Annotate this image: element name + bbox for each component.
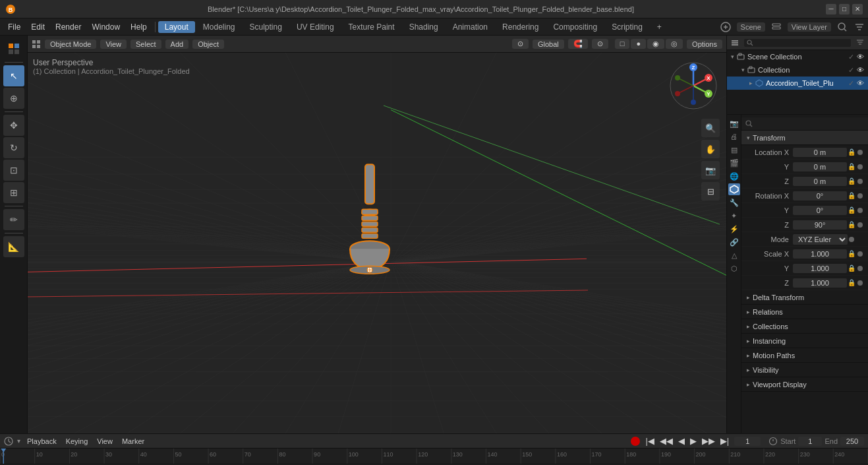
scale-x-value[interactable]: 1.000 [793,249,847,259]
objectdata-props-button[interactable]: △ [728,249,740,261]
output-props-button[interactable]: 🖨 [728,131,740,142]
scene-collection-check[interactable]: ✓ [848,53,854,61]
marker-menu[interactable]: Marker [119,437,147,446]
3d-viewport[interactable]: User Perspective (1) Collection | Accord… [28,53,726,433]
view-layer-selector[interactable]: View Layer [788,22,831,32]
rotation-x-value[interactable]: 0° [793,191,847,201]
outliner-scene-collection[interactable]: ▾ Scene Collection ✓ 👁 [727,50,868,63]
object-props-button[interactable] [728,183,740,195]
window-controls[interactable]: ─ □ ✕ [826,4,863,15]
object-menu[interactable]: Object [192,40,224,49]
transform-orientation[interactable]: Global [533,40,564,49]
zoom-in-button[interactable]: 🔍 [701,119,720,137]
particles-props-button[interactable]: ✦ [728,210,740,222]
menu-help[interactable]: Help [125,21,152,33]
workspace-compositing[interactable]: Compositing [546,21,604,33]
keying-menu[interactable]: Keying [63,437,91,446]
workspace-sculpting[interactable]: Sculpting [243,21,289,33]
physics-props-button[interactable]: ⚡ [728,223,740,235]
material-button[interactable]: ◉ [647,39,664,49]
constraints-props-button[interactable]: 🔗 [728,236,740,248]
render-props-button[interactable]: 📷 [728,117,740,129]
filter-icon-outliner[interactable] [856,38,864,47]
minimize-button[interactable]: ─ [826,4,836,15]
scale-y-value[interactable]: 1.000 [793,264,847,273]
material-props-button[interactable]: ⬡ [728,263,740,274]
transform-tool-button[interactable]: ⊞ [3,182,24,203]
scale-z-dot[interactable] [857,280,863,286]
scale-y-lock[interactable]: 🔒 [847,264,856,272]
location-x-value[interactable]: 0 m [793,148,847,157]
mode-selector[interactable]: Object Mode [45,40,96,49]
viewlayer-props-button[interactable]: ▤ [728,144,740,156]
location-z-dot[interactable] [857,179,863,184]
outliner-search-box[interactable] [744,39,851,47]
gizmo[interactable]: Z X Y [667,59,720,112]
scale-z-lock[interactable]: 🔒 [847,279,856,286]
location-x-lock[interactable]: 🔒 [847,148,856,156]
rotation-y-lock[interactable]: 🔒 [847,206,856,214]
workspace-scripting[interactable]: Scripting [605,21,649,33]
rotation-y-dot[interactable] [857,208,863,213]
annotate-tool-button[interactable]: ✏ [3,209,24,230]
end-frame-input[interactable]: 250 [840,437,864,446]
playback-menu[interactable]: Playback [24,437,59,446]
scale-x-lock[interactable]: 🔒 [847,250,856,257]
close-button[interactable]: ✕ [852,4,863,15]
collection-check[interactable]: ✓ [848,66,854,75]
rotation-z-dot[interactable] [857,222,863,228]
transform-section-header[interactable]: ▾ Transform [741,131,868,145]
mode-dot[interactable] [849,237,854,242]
outliner-object-item[interactable]: ▸ Accordion_Toilet_Plu ✓ 👁 [727,77,868,90]
play-backward-button[interactable]: ◀ [677,436,686,446]
scene-collection-eye[interactable]: 👁 [857,53,864,61]
skip-end-button[interactable]: ▶| [719,436,730,446]
rotation-x-lock[interactable]: 🔒 [847,192,856,199]
location-y-value[interactable]: 0 m [793,162,847,171]
rotation-x-dot[interactable] [857,193,863,199]
scene-selector[interactable]: Scene [737,22,765,32]
search-icon-menubar[interactable] [836,21,848,33]
timeline-dropdown[interactable]: ▾ [17,437,20,445]
workspace-uv-editing[interactable]: UV Editing [290,21,341,33]
motion-paths-section[interactable]: ▸ Motion Paths [741,348,868,363]
collections-section[interactable]: ▸ Collections [741,319,868,334]
visibility-section[interactable]: ▸ Visibility [741,363,868,377]
rotation-mode-select[interactable]: XYZ Euler XZY Euler YXZ Euler YZX Euler … [793,234,848,245]
view-menu-timeline[interactable]: View [94,437,115,446]
instancing-section[interactable]: ▸ Instancing [741,334,868,348]
workspace-rendering[interactable]: Rendering [496,21,545,33]
workspace-layout[interactable]: Layout [158,21,195,33]
collection-eye[interactable]: 👁 [857,66,864,74]
location-z-lock[interactable]: 🔒 [847,177,856,185]
next-keyframe-button[interactable]: ▶▶ [701,436,716,446]
start-frame-input[interactable]: 1 [798,437,822,446]
filter-icon-menubar[interactable] [854,21,865,33]
select-menu[interactable]: Select [130,40,161,49]
delta-transform-section[interactable]: ▸ Delta Transform [741,290,868,305]
camera-button[interactable]: 📷 [701,161,720,179]
workspace-shading[interactable]: Shading [403,21,445,33]
rotation-z-lock[interactable]: 🔒 [847,221,856,228]
solid-button[interactable]: ● [631,39,646,49]
scale-y-dot[interactable] [857,266,863,271]
prev-keyframe-button[interactable]: ◀◀ [658,436,674,446]
workspace-texture-paint[interactable]: Texture Paint [342,21,401,33]
cursor-tool-button[interactable]: ⊕ [3,88,24,109]
scene-props-button[interactable]: 🎬 [728,157,740,169]
outliner-collection[interactable]: ▾ Collection ✓ 👁 [727,63,868,77]
relations-section[interactable]: ▸ Relations [741,305,868,319]
options-button[interactable]: Options [687,40,722,49]
add-workspace-button[interactable]: + [651,21,668,33]
object-check[interactable]: ✓ [848,79,854,88]
current-frame-input[interactable]: 1 [734,437,761,446]
pan-button[interactable]: ✋ [701,140,720,158]
select-tool-button[interactable]: ↖ [3,65,24,86]
record-button[interactable] [631,437,640,446]
timeline-ruler[interactable] [0,449,868,464]
menu-window[interactable]: Window [86,21,125,33]
move-tool-button[interactable]: ✥ [3,115,24,136]
location-z-value[interactable]: 0 m [793,177,847,186]
transform-pivot[interactable]: ⊙ [512,39,529,49]
menu-edit[interactable]: Edit [26,21,50,33]
